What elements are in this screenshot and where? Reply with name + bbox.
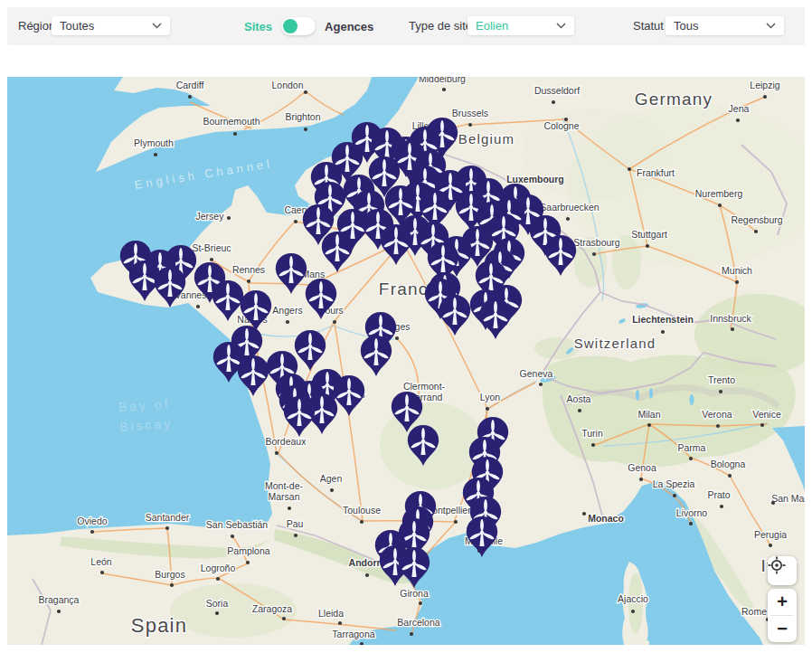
chevron-down-icon xyxy=(766,23,776,29)
city-label: Toulouse xyxy=(343,505,381,516)
region-select[interactable]: Toutes xyxy=(52,16,170,35)
city-label: Mont-de- xyxy=(265,480,304,491)
city-label: Caen xyxy=(284,204,307,215)
city-label: Dusseldorf xyxy=(534,85,580,96)
city-dot xyxy=(578,409,581,412)
locate-button[interactable] xyxy=(768,556,797,585)
city-label: Frankfurt xyxy=(637,167,675,178)
city-dot xyxy=(365,573,369,577)
toggle-agences-label[interactable]: Agences xyxy=(325,20,373,33)
city-label: Brussels xyxy=(452,108,488,118)
city-dot xyxy=(552,100,555,104)
city-dot xyxy=(689,522,693,525)
city-dot xyxy=(282,617,286,620)
city-dot xyxy=(419,601,422,605)
city-label: Perugia xyxy=(754,529,787,540)
city-label: Regensburg xyxy=(731,214,782,225)
city-label: Livorno xyxy=(676,507,708,518)
city-label: Bragança xyxy=(39,594,80,605)
city-label: Clermont- xyxy=(403,381,446,392)
city-dot xyxy=(582,512,586,516)
city-label: León xyxy=(90,556,112,567)
city-label: Jena xyxy=(729,103,750,114)
city-dot xyxy=(360,520,364,524)
city-dot xyxy=(728,474,732,478)
city-label: Bologna xyxy=(711,459,746,469)
chevron-down-icon xyxy=(152,23,162,29)
city-label: Trento xyxy=(708,374,735,385)
city-dot xyxy=(442,88,446,91)
city-dot xyxy=(454,520,458,524)
city-label: Santander xyxy=(146,512,190,523)
country-label: Liechtenstein xyxy=(632,314,694,325)
city-label: Ajaccio xyxy=(618,593,648,604)
zoom-in-button[interactable]: + xyxy=(768,589,797,615)
app-page: Région Toutes Sites Agences Type de site… xyxy=(0,0,812,653)
city-label: Lyon xyxy=(480,392,501,402)
sites-agences-toggle[interactable] xyxy=(281,17,316,35)
city-label: Oviedo xyxy=(77,516,107,526)
city-dot xyxy=(294,220,297,223)
country-label: Belgium xyxy=(458,131,515,147)
zoom-controls: + − xyxy=(768,589,797,642)
city-label: Bournemouth xyxy=(203,116,260,127)
city-label: Agen xyxy=(320,473,343,484)
city-label: Soria xyxy=(206,598,229,609)
city-dot xyxy=(233,132,237,136)
city-label: Saarbruecken xyxy=(540,202,600,213)
city-dot xyxy=(647,423,651,427)
zoom-out-button[interactable]: − xyxy=(768,616,797,642)
city-dot xyxy=(100,571,104,574)
city-dot xyxy=(631,610,635,613)
country-label: Luxembourg xyxy=(506,174,564,185)
city-dot xyxy=(566,217,570,221)
city-label: Bordeaux xyxy=(266,436,307,447)
city-dot xyxy=(333,320,336,324)
city-label: Pamplona xyxy=(227,545,269,556)
city-dot xyxy=(170,583,174,587)
city-dot xyxy=(216,577,220,581)
city-dot xyxy=(754,230,758,233)
city-label: Cologne xyxy=(543,120,579,131)
city-label: Pau xyxy=(287,518,304,529)
city-dot xyxy=(673,494,676,497)
city-label: Milan xyxy=(637,409,660,420)
type-label: Type de site xyxy=(409,7,472,45)
map[interactable]: English ChannelBay ofBiscay FranceGerman… xyxy=(7,77,805,645)
city-label: Rome xyxy=(741,606,767,617)
country-label: Switzerland xyxy=(574,336,656,351)
city-label: Turin xyxy=(581,428,603,439)
city-dot xyxy=(165,526,169,530)
city-dot xyxy=(760,423,764,427)
city-label: Genoa xyxy=(628,462,656,473)
city-label: Brighton xyxy=(285,111,320,122)
city-dot xyxy=(735,280,739,284)
city-dot xyxy=(288,506,291,510)
city-label: Angers xyxy=(272,305,302,316)
city-label: Parma xyxy=(678,442,706,453)
map-svg[interactable]: English ChannelBay ofBiscay FranceGerman… xyxy=(7,77,805,645)
status-select[interactable]: Tous xyxy=(666,16,784,35)
city-dot xyxy=(188,95,192,99)
status-value: Tous xyxy=(674,19,766,33)
filter-bar: Région Toutes Sites Agences Type de site… xyxy=(7,7,805,45)
city-label: Burgos xyxy=(155,569,184,580)
city-label: Geneva xyxy=(520,368,553,379)
city-label: Logroño xyxy=(201,563,236,573)
region-value: Toutes xyxy=(60,19,152,33)
city-label: London xyxy=(271,80,303,90)
city-dot xyxy=(338,621,342,625)
city-dot xyxy=(591,443,595,447)
city-label: Middelburg xyxy=(419,77,466,84)
toggle-sites-label[interactable]: Sites xyxy=(244,20,272,33)
city-dot xyxy=(639,478,643,481)
city-dot xyxy=(304,90,307,94)
country-label: Spain xyxy=(131,614,187,637)
locate-crosshair-icon xyxy=(768,556,786,574)
city-dot xyxy=(330,488,334,492)
city-dot xyxy=(689,457,693,460)
type-select[interactable]: Eolien xyxy=(467,16,574,35)
city-label: Cardiff xyxy=(176,80,204,90)
city-dot xyxy=(410,632,413,636)
city-dot xyxy=(720,505,723,508)
